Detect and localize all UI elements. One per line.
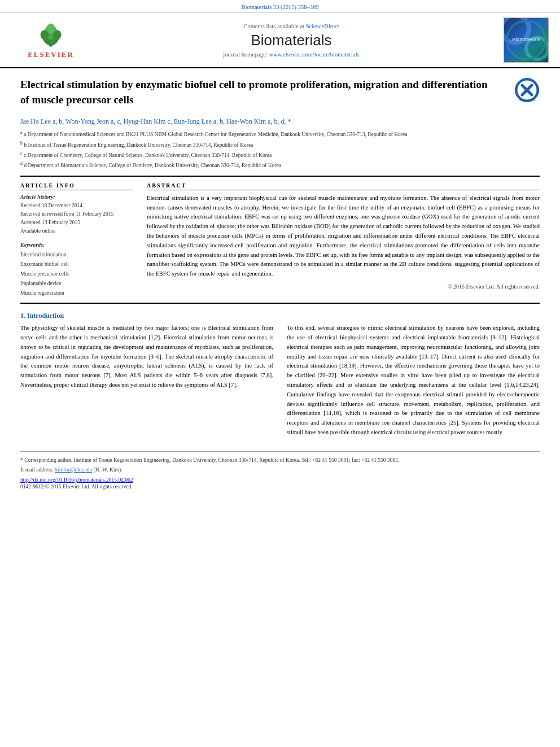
elsevier-tree-icon bbox=[34, 21, 68, 49]
article-title-section: Electrical stimulation by enzymatic biof… bbox=[20, 77, 540, 112]
article-info-column: ARTICLE INFO Article history: Received 1… bbox=[20, 182, 133, 298]
section-divider bbox=[20, 303, 540, 304]
crossmark-icon: CrossMark bbox=[509, 77, 540, 104]
article-title: Electrical stimulation by enzymatic biof… bbox=[20, 77, 495, 107]
email-suffix: (H.-W. Kim). bbox=[94, 467, 123, 473]
revised-date: Received in revised form 11 February 201… bbox=[20, 210, 133, 219]
intro-left-text: The physiology of skeletal muscle is med… bbox=[20, 324, 273, 390]
journal-cover-image: Biomaterials bbox=[504, 18, 549, 63]
body-right-col: To this end, several strategies to mimic… bbox=[287, 324, 540, 442]
top-bar: Biomaterials 53 (2015) 358–369 bbox=[0, 0, 560, 13]
cover-title: Biomaterials bbox=[512, 37, 540, 43]
affiliations: a a Department of Nanobiomedical Science… bbox=[20, 129, 540, 170]
sciencedirect-link[interactable]: ScienceDirect bbox=[306, 23, 339, 29]
journal-cover-area: Biomaterials bbox=[492, 18, 549, 63]
journal-header: ELSEVIER Contents lists available at Sci… bbox=[0, 13, 560, 68]
elsevier-logo: ELSEVIER bbox=[28, 21, 74, 59]
affiliation-d: d d Department of Biomaterials Science, … bbox=[20, 160, 540, 169]
abstract-text: Electrical stimulation is a very importa… bbox=[147, 194, 540, 279]
svg-text:CrossMark: CrossMark bbox=[519, 98, 536, 102]
authors-text: Jae Ho Lee a, b, Won-Yong Jeon a, c, Hyu… bbox=[20, 117, 291, 125]
elsevier-branding: ELSEVIER bbox=[11, 21, 90, 59]
intro-right-text: To this end, several strategies to mimic… bbox=[287, 324, 540, 438]
article-history-label: Article history: bbox=[20, 194, 133, 200]
email-note: E-mail address: kimhw@dku.edu (H.-W. Kim… bbox=[20, 466, 540, 474]
abstract-column: ABSTRACT Electrical stimulation is a ver… bbox=[147, 182, 540, 298]
body-content: 1. Introduction The physiology of skelet… bbox=[20, 312, 540, 442]
citation-text: Biomaterials 53 (2015) 358–369 bbox=[242, 4, 319, 10]
received-date: Received 18 December 2014 bbox=[20, 202, 133, 210]
journal-header-center: Contents lists available at ScienceDirec… bbox=[90, 23, 492, 58]
intro-section-title: Introduction bbox=[27, 312, 64, 320]
main-divider bbox=[20, 176, 540, 177]
keywords-label: Keywords: bbox=[20, 242, 133, 248]
journal-title: Biomaterials bbox=[90, 32, 492, 49]
svg-point-3 bbox=[47, 24, 55, 34]
keyword-2: Enzymatic biofuel cell bbox=[20, 260, 133, 269]
available-online: Available online bbox=[20, 227, 133, 235]
email-link[interactable]: kimhw@dku.edu bbox=[55, 467, 92, 473]
doi-link[interactable]: http://dx.doi.org/10.1016/j.biomaterials… bbox=[20, 477, 133, 483]
page: Biomaterials 53 (2015) 358–369 ELSEVIER … bbox=[0, 0, 560, 747]
keywords-section: Keywords: Electrical stimulation Enzymat… bbox=[20, 242, 133, 298]
elsevier-label: ELSEVIER bbox=[28, 50, 74, 59]
email-label: E-mail address: bbox=[20, 467, 55, 473]
keyword-4: Implantable device bbox=[20, 279, 133, 288]
article-info-header: ARTICLE INFO bbox=[20, 182, 133, 190]
article-content: Electrical stimulation by enzymatic biof… bbox=[0, 68, 560, 499]
keywords-list: Electrical stimulation Enzymatic biofuel… bbox=[20, 250, 133, 298]
keyword-5: Muscle regeneration bbox=[20, 289, 133, 298]
intro-two-col: The physiology of skeletal muscle is med… bbox=[20, 324, 540, 442]
info-abstract-section: ARTICLE INFO Article history: Received 1… bbox=[20, 182, 540, 298]
body-left-col: The physiology of skeletal muscle is med… bbox=[20, 324, 273, 442]
journal-homepage-line: journal homepage: www.elsevier.com/locat… bbox=[90, 51, 492, 58]
homepage-url[interactable]: www.elsevier.com/locate/biomaterials bbox=[269, 51, 359, 58]
intro-section-number: 1. Introduction bbox=[20, 312, 540, 320]
affiliation-b: b b Institute of Tissue Regeneration Eng… bbox=[20, 140, 540, 149]
accepted-date: Accepted 13 February 2015 bbox=[20, 219, 133, 227]
footer-copyright: 0142-9612/© 2015 Elsevier Ltd. All right… bbox=[20, 484, 540, 490]
sciencedirect-line: Contents lists available at ScienceDirec… bbox=[90, 23, 492, 29]
corresponding-author-note: * Corresponding author. Institute of Tis… bbox=[20, 456, 540, 464]
keyword-3: Muscle precursor cells bbox=[20, 269, 133, 278]
affiliation-c: c c Department of Chemistry, College of … bbox=[20, 150, 540, 159]
authors-line: Jae Ho Lee a, b, Won-Yong Jeon a, c, Hyu… bbox=[20, 117, 540, 126]
abstract-copyright: © 2015 Elsevier Ltd. All rights reserved… bbox=[147, 283, 540, 290]
doi-line: http://dx.doi.org/10.1016/j.biomaterials… bbox=[20, 477, 540, 483]
keyword-1: Electrical stimulation bbox=[20, 250, 133, 259]
article-history: Article history: Received 18 December 20… bbox=[20, 194, 133, 236]
abstract-header: ABSTRACT bbox=[147, 182, 540, 190]
footnote-area: * Corresponding author. Institute of Tis… bbox=[20, 451, 540, 490]
affiliation-a: a a Department of Nanobiomedical Science… bbox=[20, 129, 540, 138]
